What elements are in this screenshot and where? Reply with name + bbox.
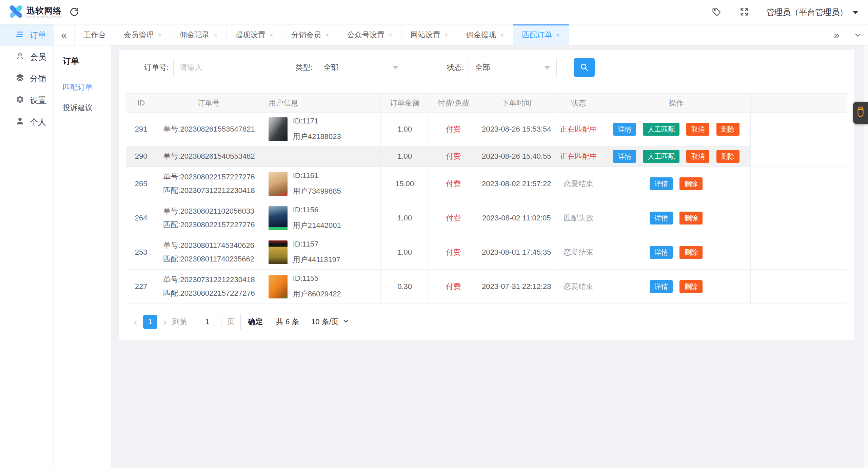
sidebar-item-members[interactable]: 会员 (0, 46, 53, 68)
col-empty (750, 94, 847, 113)
manual-match-button[interactable]: 人工匹配 (643, 123, 679, 136)
cell-amount: 0.30 (380, 270, 429, 304)
table-row: 227 单号:202307312212230418匹配:202308022157… (126, 270, 847, 304)
delete-button[interactable]: 删除 (679, 246, 703, 259)
close-tab-icon[interactable]: × (158, 32, 162, 38)
tab-commission-withdrawal[interactable]: 佣金提现× (457, 24, 513, 45)
delete-button[interactable]: 删除 (679, 280, 703, 293)
detail-button[interactable]: 详情 (650, 177, 673, 190)
pagination: ‹ 1 › 到第 页 确定 共 6 条 10 条/页 (126, 304, 847, 331)
detail-button[interactable]: 详情 (613, 150, 636, 163)
order-list-icon (16, 30, 24, 41)
cell-time: 2023-08-26 15:53:54 (478, 113, 555, 146)
sidebar-item-distribution[interactable]: 分销 (0, 68, 53, 90)
col-amount: 订单金额 (380, 94, 429, 113)
sidebar-item-profile[interactable]: 个人 (0, 111, 53, 133)
tab-member-management[interactable]: 会员管理× (115, 24, 171, 45)
refresh-button[interactable] (68, 6, 80, 18)
cell-amount: 1.00 (380, 201, 429, 235)
cell-time: 2023-08-26 15:40:55 (478, 146, 555, 167)
close-tab-icon[interactable]: × (389, 32, 393, 38)
next-page-icon[interactable]: › (163, 317, 166, 327)
close-tab-icon[interactable]: × (269, 32, 273, 38)
user-menu[interactable]: 管理员（平台管理员） (766, 7, 859, 18)
tag-button[interactable] (711, 6, 722, 18)
cancel-button[interactable]: 取消 (686, 123, 709, 136)
cell-order-no: 单号:202308022157227276匹配:2023073122122304… (156, 167, 261, 201)
submenu-item-match-orders[interactable]: 匹配订单 (54, 74, 111, 95)
cell-user-info (261, 146, 380, 167)
cell-actions: 详情 人工匹配 取消 删除 (602, 113, 750, 146)
cell-id: 265 (126, 167, 156, 201)
detail-button[interactable]: 详情 (650, 246, 673, 259)
tab-match-orders[interactable]: 匹配订单× (513, 24, 569, 45)
cell-amount: 15.00 (380, 167, 429, 201)
prev-page-icon[interactable]: ‹ (134, 317, 137, 327)
delete-button[interactable]: 删除 (716, 123, 739, 136)
cell-amount: 1.00 (380, 146, 429, 167)
col-time: 下单时间 (478, 94, 555, 113)
sidebar-item-settings[interactable]: 设置 (0, 90, 53, 111)
cancel-button[interactable]: 取消 (686, 150, 709, 163)
detail-button[interactable]: 详情 (650, 280, 673, 293)
tab-withdrawal-settings[interactable]: 提现设置× (226, 24, 282, 45)
type-select[interactable]: 全部 (317, 58, 405, 77)
caret-down-icon (852, 7, 859, 17)
cell-fee: 付费 (429, 167, 478, 201)
collapse-tabs-icon[interactable]: « (54, 24, 75, 45)
fullscreen-button[interactable] (738, 6, 750, 18)
table-row: 253 单号:202308011745340626匹配:202308011740… (126, 235, 847, 270)
logo-subtext: XUNRUANNETWORK (26, 15, 63, 18)
close-tab-icon[interactable]: × (556, 32, 560, 38)
delete-button[interactable]: 删除 (716, 150, 739, 163)
col-id: ID (126, 94, 156, 113)
avatar (269, 172, 288, 196)
confirm-button[interactable]: 确定 (240, 313, 270, 331)
close-tab-icon[interactable]: × (500, 32, 504, 38)
order-no-input[interactable] (173, 58, 262, 77)
sidebar-item-orders[interactable]: 订单 (0, 24, 53, 46)
table-row: 265 单号:202308022157227276匹配:202307312212… (126, 167, 847, 201)
orders-table: ID 订单号 用户信息 订单金额 付费/免费 下单时间 状态 操作 (126, 93, 847, 304)
tab-workbench[interactable]: 工作台 (75, 24, 115, 45)
detail-button[interactable]: 详情 (613, 123, 636, 136)
status-badge: 正在匹配中 (555, 113, 602, 146)
tab-label: 提现设置 (235, 30, 265, 40)
status-badge: 恋爱结束 (555, 167, 602, 201)
delete-button[interactable]: 删除 (679, 177, 703, 190)
filter-bar: 订单号: 类型: 全部 状态: 全部 (126, 58, 847, 77)
avatar (269, 206, 288, 230)
close-tab-icon[interactable]: × (444, 32, 448, 38)
goto-page-input[interactable] (193, 313, 221, 331)
status-select[interactable]: 全部 (469, 58, 557, 77)
delete-button[interactable]: 删除 (679, 212, 703, 225)
tab-label: 工作台 (83, 30, 106, 40)
tab-commission-records[interactable]: 佣金记录× (171, 24, 227, 45)
tab-distribution-members[interactable]: 分销会员× (282, 24, 338, 45)
cell-id: 227 (126, 270, 156, 304)
cell-user-info: ID:1156用户21442001 (261, 201, 380, 235)
dropdown-arrow-icon (544, 66, 550, 70)
search-button[interactable] (574, 58, 595, 77)
tab-website-settings[interactable]: 网站设置× (401, 24, 457, 45)
order-no-label: 订单号: (144, 62, 169, 73)
tab-official-account-settings[interactable]: 公众号设置× (338, 24, 402, 45)
usb-icon (856, 106, 865, 120)
per-page-select[interactable]: 10 条/页 (305, 313, 355, 331)
user-label: 管理员（平台管理员） (766, 7, 848, 18)
expand-tabs-icon[interactable]: » (826, 24, 847, 45)
avatar (269, 275, 288, 298)
sidebar-item-label: 个人 (30, 117, 46, 128)
sidebar-item-label: 分销 (30, 73, 46, 84)
detail-button[interactable]: 详情 (650, 212, 673, 225)
tabs-dropdown-icon[interactable] (847, 24, 868, 45)
close-tab-icon[interactable]: × (325, 32, 329, 38)
tab-label: 公众号设置 (347, 30, 384, 40)
floating-usb-widget[interactable] (853, 102, 868, 124)
close-tab-icon[interactable]: × (214, 32, 218, 38)
member-icon (16, 52, 24, 62)
manual-match-button[interactable]: 人工匹配 (643, 150, 679, 163)
submenu-item-complaints[interactable]: 投诉建议 (54, 95, 111, 115)
page-button-1[interactable]: 1 (143, 315, 157, 329)
cell-time: 2023-08-01 17:45:35 (478, 235, 555, 270)
